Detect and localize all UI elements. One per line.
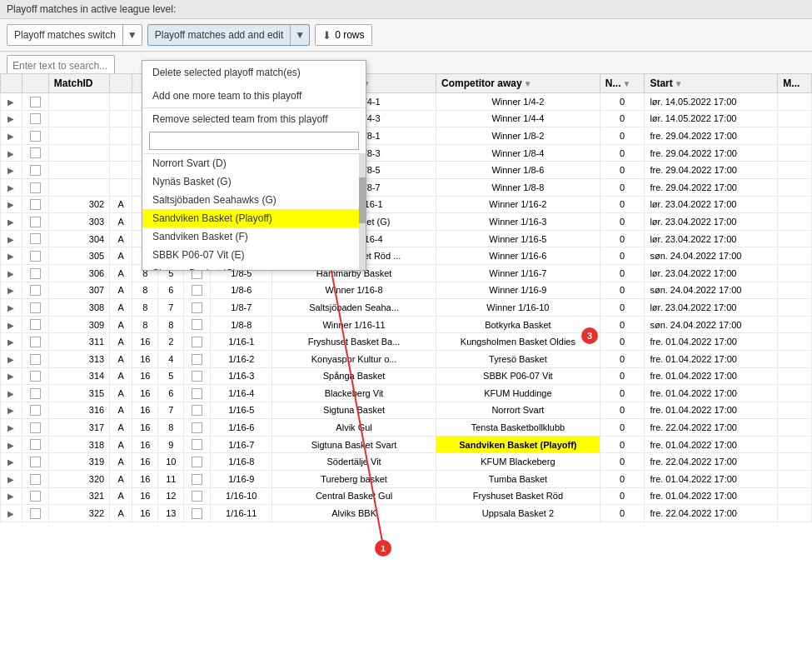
table-row: ▶302A811/8-1Winner 1/16-1Winner 1/16-20l… xyxy=(1,196,812,213)
row-checkbox-2[interactable] xyxy=(192,319,202,330)
table-body: ▶Winner 1/4-1Winner 1/4-20lør. 14.05.202… xyxy=(1,93,812,522)
row-checkbox[interactable] xyxy=(30,97,41,107)
away-cell: Kungsholmen Basket Oldies xyxy=(436,333,600,351)
expand-icon[interactable]: ▶ xyxy=(7,200,14,209)
expand-icon[interactable]: ▶ xyxy=(7,269,14,278)
row-checkbox[interactable] xyxy=(30,182,41,193)
row-checkbox-2[interactable] xyxy=(192,457,202,467)
expand-icon[interactable]: ▶ xyxy=(7,286,14,295)
row-checkbox[interactable] xyxy=(30,285,41,296)
playoff-add-edit-button[interactable]: Playoff matches add and edit ▼ xyxy=(147,24,310,46)
expand-icon[interactable]: ▶ xyxy=(7,337,14,347)
row-checkbox-2[interactable] xyxy=(192,337,202,347)
row-checkbox-2[interactable] xyxy=(192,439,202,450)
row-checkbox[interactable] xyxy=(30,371,41,382)
row-checkbox[interactable] xyxy=(30,147,41,158)
away-cell: Tensta Basketbollklubb xyxy=(436,419,600,437)
team-item-6[interactable]: Sigtuna Basket (C) xyxy=(142,264,366,270)
expand-icon[interactable]: ▶ xyxy=(7,492,14,501)
expand-icon[interactable]: ▶ xyxy=(7,235,14,244)
expand-icon[interactable]: ▶ xyxy=(7,406,14,415)
table-row: ▶317A1681/16-6Alvik GulTensta Basketboll… xyxy=(1,419,812,437)
away-cell: Winner 1/16-5 xyxy=(436,230,600,247)
export-button[interactable]: ⬇ 0 rows xyxy=(315,24,371,46)
row-checkbox[interactable] xyxy=(30,439,41,450)
delete-matches-item[interactable]: Delete selected playoff match(es) xyxy=(142,61,366,84)
row-checkbox[interactable] xyxy=(30,337,41,347)
row-checkbox[interactable] xyxy=(30,251,41,262)
row-checkbox[interactable] xyxy=(30,388,41,399)
row-checkbox[interactable] xyxy=(30,113,41,124)
row-checkbox[interactable] xyxy=(30,302,41,313)
col-expand-header xyxy=(1,74,22,93)
table-row: ▶Winner 1/8-7Winner 1/8-80fre. 29.04.202… xyxy=(1,178,812,196)
expand-icon[interactable]: ▶ xyxy=(7,132,14,141)
row-checkbox-2[interactable] xyxy=(192,285,202,296)
expand-icon[interactable]: ▶ xyxy=(7,166,14,175)
table-row: ▶316A1671/16-5Sigtuna BasketNorrort Svar… xyxy=(1,402,812,419)
row-checkbox[interactable] xyxy=(30,217,41,227)
row-checkbox[interactable] xyxy=(30,474,41,485)
row-checkbox-2[interactable] xyxy=(192,371,202,382)
playoff-switch-button[interactable]: Playoff matches switch ▼ xyxy=(7,24,142,46)
table-row: ▶308A871/8-7Saltsjöbaden Seaha...Winner … xyxy=(1,299,812,317)
away-cell: Winner 1/16-7 xyxy=(436,264,600,282)
expand-icon[interactable]: ▶ xyxy=(7,441,14,450)
team-item-4[interactable]: Sandviken Basket (F) xyxy=(142,227,366,246)
home-cell: Södertälje Vit xyxy=(272,453,436,471)
expand-icon[interactable]: ▶ xyxy=(7,423,14,432)
row-checkbox[interactable] xyxy=(30,422,41,433)
dropdown-arrow-icon[interactable]: ▼ xyxy=(122,25,142,45)
expand-icon[interactable]: ▶ xyxy=(7,149,14,158)
row-checkbox-2[interactable] xyxy=(192,508,202,519)
away-cell: Winner 1/8-8 xyxy=(436,178,600,196)
home-cell: Spånga Basket xyxy=(272,367,436,385)
team-item-1[interactable]: Nynäs Basket (G) xyxy=(142,172,366,191)
expand-icon[interactable]: ▶ xyxy=(7,475,14,484)
row-checkbox[interactable] xyxy=(30,233,41,244)
expand-icon[interactable]: ▶ xyxy=(7,372,14,381)
expand-icon[interactable]: ▶ xyxy=(7,509,14,518)
team-item-3[interactable]: Sandviken Basket (Playoff) xyxy=(142,209,366,227)
row-checkbox[interactable] xyxy=(30,199,41,210)
row-checkbox[interactable] xyxy=(30,319,41,330)
scrollbar-thumb[interactable] xyxy=(359,177,366,224)
row-checkbox[interactable] xyxy=(30,268,41,279)
row-checkbox-2[interactable] xyxy=(192,405,202,416)
row-checkbox[interactable] xyxy=(30,405,41,416)
table-row: ▶305A841/8-4Uppsala Basket Röd ...Winner… xyxy=(1,247,812,265)
row-checkbox[interactable] xyxy=(30,165,41,176)
away-cell: Winner 1/4-4 xyxy=(436,110,600,127)
expand-icon[interactable]: ▶ xyxy=(7,114,14,123)
row-checkbox-2[interactable] xyxy=(192,388,202,399)
row-checkbox-2[interactable] xyxy=(192,354,202,365)
add-edit-arrow-icon[interactable]: ▼ xyxy=(290,25,309,45)
expand-icon[interactable]: ▶ xyxy=(7,252,14,261)
row-checkbox-2[interactable] xyxy=(192,422,202,433)
row-checkbox[interactable] xyxy=(30,457,41,467)
expand-icon[interactable]: ▶ xyxy=(7,321,14,330)
remove-team-header: Remove selected team from this playoff xyxy=(142,108,366,128)
add-team-item[interactable]: Add one more team to this playoff xyxy=(142,84,366,107)
row-checkbox[interactable] xyxy=(30,131,41,142)
away-cell: Winner 1/16-3 xyxy=(436,213,600,231)
playoff-switch-label: Playoff matches switch xyxy=(7,29,122,41)
team-item-5[interactable]: SBBK P06-07 Vit (E) xyxy=(142,246,366,264)
team-search-input[interactable] xyxy=(149,132,359,150)
expand-icon[interactable]: ▶ xyxy=(7,183,14,192)
expand-icon[interactable]: ▶ xyxy=(7,217,14,227)
expand-icon[interactable]: ▶ xyxy=(7,355,14,364)
expand-icon[interactable]: ▶ xyxy=(7,97,14,107)
expand-icon[interactable]: ▶ xyxy=(7,303,14,312)
team-item-2[interactable]: Saltsjöbaden Seahawks (G) xyxy=(142,191,366,209)
row-checkbox[interactable] xyxy=(30,491,41,502)
expand-icon[interactable]: ▶ xyxy=(7,389,14,398)
team-item-0[interactable]: Norrort Svart (D) xyxy=(142,154,366,172)
expand-icon[interactable]: ▶ xyxy=(7,457,14,467)
row-checkbox-2[interactable] xyxy=(192,491,202,502)
row-checkbox[interactable] xyxy=(30,354,41,365)
row-checkbox-2[interactable] xyxy=(192,302,202,313)
row-checkbox[interactable] xyxy=(30,508,41,519)
table-container[interactable]: MatchID Competitor home▼ Competitor away… xyxy=(0,73,812,654)
row-checkbox-2[interactable] xyxy=(192,474,202,485)
